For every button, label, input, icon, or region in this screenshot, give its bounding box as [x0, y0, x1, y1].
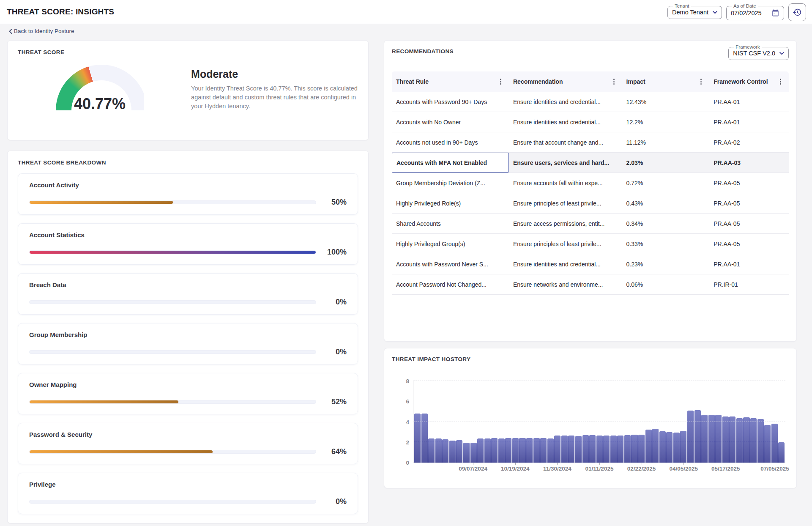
progress-bar-fill — [30, 201, 173, 204]
breakdown-item-label: Privilege — [29, 481, 347, 488]
tenant-select[interactable]: Tenant Demo Tenant — [667, 3, 722, 19]
table-row[interactable]: Shared AccountsEnsure access permissions… — [392, 214, 789, 234]
progress-bar-fill — [30, 251, 316, 254]
progress-bar-track — [29, 200, 316, 204]
y-axis-tick-label: 8 — [395, 378, 409, 384]
breakdown-item: Owner Mapping52% — [18, 373, 358, 414]
progress-percentage: 52% — [322, 397, 347, 406]
chevron-left-icon — [8, 29, 12, 34]
breakdown-item: Breach Data0% — [18, 273, 358, 315]
history-bar — [463, 443, 470, 463]
threat-score-level: Moderate — [191, 68, 358, 80]
table-cell-control: PR.AA-05 — [709, 193, 789, 213]
back-link-label: Back to Identity Posture — [14, 28, 74, 34]
table-cell-recommendation: Ensure identities and credential... — [509, 92, 622, 112]
back-to-identity-posture-link[interactable]: Back to Identity Posture — [8, 28, 74, 34]
progress-bar-track — [29, 450, 316, 454]
chart-bars — [414, 381, 785, 463]
table-row[interactable]: Accounts with Password Never S...Ensure … — [392, 254, 789, 274]
breakdown-list: Account Activity50%Account Statistics100… — [18, 173, 358, 514]
x-axis-tick-label: 04/05/2025 — [662, 466, 705, 472]
threat-score-gauge: 40.77% — [56, 65, 144, 111]
table-cell-control: PR.AA-01 — [709, 254, 789, 274]
recommendations-table-header: Threat RuleRecommendationImpactFramework… — [392, 71, 789, 92]
table-cell-control: PR.AA-03 — [709, 153, 789, 173]
x-axis-tick — [642, 463, 642, 465]
table-cell-recommendation: Ensure identities and credential... — [509, 112, 622, 132]
table-cell-rule: Shared Accounts — [392, 214, 509, 233]
x-axis-tick — [599, 463, 600, 465]
history-bar — [715, 415, 722, 463]
as-of-date-field[interactable]: As of Date 07/02/2025 — [726, 3, 784, 20]
column-menu-icon[interactable] — [700, 78, 703, 85]
breakdown-item: Account Activity50% — [18, 173, 358, 215]
column-menu-icon[interactable] — [779, 78, 782, 85]
history-bar — [449, 441, 456, 463]
chart-plot-area: 0246809/07/202410/19/202411/30/202401/11… — [413, 381, 785, 463]
table-row[interactable]: Accounts not used in 90+ DaysEnsure that… — [392, 132, 789, 153]
table-row[interactable]: Accounts with No OwnerEnsure identities … — [392, 112, 789, 132]
threat-score-panel: THREAT SCORE 40.77% Moderate Your Identi… — [7, 40, 369, 140]
table-cell-control: PR.AA-05 — [709, 173, 789, 193]
progress-percentage: 64% — [322, 447, 347, 456]
tenant-select-value: Demo Tenant — [672, 9, 708, 16]
table-cell-rule: Accounts with No Owner — [392, 112, 509, 132]
table-row[interactable]: Accounts with MFA Not EnabledEnsure user… — [392, 153, 789, 173]
history-clock-icon — [793, 8, 802, 17]
x-axis-tick — [557, 463, 558, 465]
column-header-label: Framework Control — [714, 78, 768, 85]
recommendations-table-body: Accounts with Password 90+ DaysEnsure id… — [392, 92, 789, 295]
history-bar — [470, 443, 477, 463]
breakdown-panel-title: THREAT SCORE BREAKDOWN — [18, 159, 358, 166]
history-bar — [652, 429, 659, 463]
x-axis-tick-label: 07/05/2025 — [754, 466, 796, 472]
progress-bar-track — [29, 300, 316, 304]
top-controls: Tenant Demo Tenant As of Date 07/02/2025 — [667, 3, 806, 21]
history-bar — [442, 439, 448, 463]
calendar-icon[interactable] — [771, 9, 779, 17]
table-cell-impact: 2.03% — [622, 153, 710, 173]
progress-percentage: 0% — [322, 497, 347, 506]
page-title: THREAT SCORE: INSIGHTS — [7, 7, 114, 16]
history-button[interactable] — [788, 3, 806, 21]
progress-bar-track — [29, 250, 316, 254]
column-header: Recommendation — [509, 78, 622, 85]
x-axis-tick — [473, 463, 473, 465]
history-bar — [624, 435, 631, 463]
table-cell-impact: 11.12% — [622, 132, 710, 152]
history-bar — [645, 430, 652, 463]
table-row[interactable]: Highly Privileged Group(s)Ensure princip… — [392, 234, 789, 254]
table-row[interactable]: Accounts with Password 90+ DaysEnsure id… — [392, 92, 789, 112]
table-row[interactable]: Account Password Not Changed...Ensure ne… — [392, 274, 789, 295]
table-cell-rule: Account Password Not Changed... — [392, 274, 509, 294]
framework-select-label: Framework — [734, 44, 762, 49]
progress-bar-track — [29, 400, 316, 404]
progress-percentage: 0% — [322, 298, 347, 307]
threat-score-value: 40.77% — [56, 95, 144, 111]
breakdown-item: Account Statistics100% — [18, 223, 358, 265]
table-cell-recommendation: Ensure principles of least privile... — [509, 234, 622, 254]
table-cell-recommendation: Ensure that account change and... — [509, 132, 622, 152]
x-axis-tick — [515, 463, 516, 465]
table-cell-impact: 12.2% — [622, 112, 710, 132]
table-row[interactable]: Highly Privileged Role(s)Ensure principl… — [392, 193, 789, 214]
recommendations-panel: RECOMMENDATIONS Framework NIST CSF V2.0 … — [384, 40, 797, 342]
y-axis-tick-label: 4 — [395, 419, 409, 425]
table-row[interactable]: Group Membership Deviation (Z...Ensure a… — [392, 173, 789, 193]
framework-select[interactable]: Framework NIST CSF V2.0 — [728, 44, 789, 60]
history-bar — [701, 415, 708, 463]
history-bar — [708, 415, 715, 463]
column-menu-icon[interactable] — [612, 78, 615, 85]
column-header-label: Impact — [626, 78, 645, 85]
progress-bar-track — [29, 500, 316, 504]
history-bar — [743, 417, 749, 463]
column-header: Threat Rule — [392, 78, 509, 85]
breakdown-item: Privilege0% — [18, 473, 358, 514]
top-bar: THREAT SCORE: INSIGHTS Tenant Demo Tenan… — [0, 0, 812, 24]
framework-select-value: NIST CSF V2.0 — [733, 50, 775, 57]
table-cell-rule: Accounts with Password Never S... — [392, 254, 509, 274]
history-bar — [617, 436, 623, 463]
x-axis-tick-label: 01/11/2025 — [578, 466, 621, 472]
column-menu-icon[interactable] — [499, 78, 502, 85]
chevron-down-icon — [713, 11, 717, 14]
